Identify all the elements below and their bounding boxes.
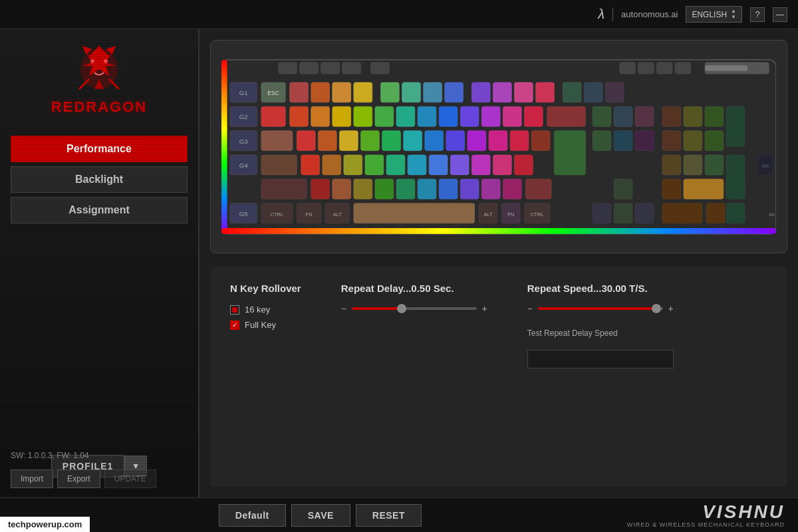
- svg-rect-81: [489, 131, 507, 151]
- nkey-16-option[interactable]: 16 key: [230, 305, 301, 315]
- svg-rect-120: [662, 179, 681, 199]
- svg-rect-113: [418, 179, 436, 199]
- language-selector[interactable]: ENGLISH ▲ ▼: [686, 6, 742, 23]
- svg-rect-79: [446, 131, 465, 151]
- nkey-full-option[interactable]: Full Key: [230, 320, 301, 330]
- repeat-delay-thumb[interactable]: [397, 304, 406, 313]
- svg-rect-109: [332, 179, 351, 199]
- svg-rect-61: [503, 106, 521, 126]
- version-info: SW: 1.0.0.3, FW: 1.04: [11, 451, 89, 460]
- export-button[interactable]: Export: [57, 469, 100, 488]
- svg-rect-47: [563, 82, 581, 102]
- logo-area: REDRAGON: [51, 43, 147, 116]
- svg-rect-110: [354, 179, 372, 199]
- svg-rect-139: [662, 203, 702, 223]
- svg-text:G5: G5: [239, 210, 248, 217]
- import-button[interactable]: Import: [11, 469, 53, 488]
- test-repeat-box[interactable]: [527, 350, 674, 368]
- repeat-speed-minus[interactable]: −: [527, 303, 533, 314]
- top-bar: λ autonomous.ai ENGLISH ▲ ▼ ? —: [0, 0, 798, 29]
- svg-rect-44: [493, 82, 511, 102]
- svg-rect-115: [460, 179, 479, 199]
- repeat-delay-minus[interactable]: −: [341, 303, 346, 314]
- svg-rect-58: [439, 106, 458, 126]
- svg-text:CTRL: CTRL: [271, 211, 284, 217]
- svg-rect-101: [493, 155, 511, 175]
- svg-rect-53: [332, 106, 351, 126]
- nkey-full-radio[interactable]: [230, 321, 239, 330]
- vishnu-name: VISHNU: [702, 503, 785, 521]
- svg-rect-76: [382, 131, 401, 151]
- svg-rect-48: [584, 82, 602, 102]
- nav-item-backlight[interactable]: Backlight: [11, 166, 188, 193]
- svg-rect-80: [467, 131, 486, 151]
- svg-rect-98: [429, 155, 448, 175]
- svg-rect-93: [323, 155, 341, 175]
- svg-text:G1: G1: [239, 89, 248, 96]
- svg-rect-56: [396, 106, 415, 126]
- svg-rect-100: [471, 155, 490, 175]
- svg-rect-88: [662, 131, 681, 151]
- repeat-delay-title: Repeat Delay...0.50 Sec.: [341, 283, 487, 294]
- nkey-full-label: Full Key: [245, 320, 276, 330]
- svg-rect-119: [614, 179, 632, 199]
- repeat-delay-plus[interactable]: +: [482, 303, 487, 314]
- svg-rect-50: [261, 106, 285, 126]
- svg-rect-22: [705, 65, 747, 71]
- svg-rect-52: [311, 106, 330, 126]
- site-name: autonomous.ai: [621, 9, 678, 19]
- svg-rect-72: [297, 131, 315, 151]
- svg-rect-103: [662, 155, 681, 175]
- bottom-action-bar: Default SAVE RESET VISHNU WIRED & WIRELE…: [0, 497, 798, 532]
- nkey-title: N Key Rollover: [230, 283, 301, 294]
- repeat-speed-fill: [538, 307, 656, 310]
- nkey-options: 16 key Full Key: [230, 305, 301, 330]
- svg-rect-73: [318, 131, 336, 151]
- svg-rect-141: [726, 203, 745, 223]
- repeat-delay-track[interactable]: [352, 307, 477, 310]
- svg-rect-13: [300, 63, 319, 74]
- repeat-speed-thumb[interactable]: [652, 304, 661, 313]
- svg-rect-12: [279, 63, 297, 74]
- svg-rect-43: [471, 82, 490, 102]
- reset-button[interactable]: RESET: [356, 504, 422, 527]
- svg-rect-68: [684, 106, 702, 126]
- svg-rect-85: [593, 131, 611, 151]
- lang-arrows[interactable]: ▲ ▼: [731, 9, 736, 20]
- nkey-16-radio[interactable]: [230, 305, 239, 315]
- svg-rect-122: [726, 179, 745, 199]
- divider: [612, 8, 613, 21]
- svg-rect-60: [481, 106, 500, 126]
- svg-rect-18: [638, 63, 654, 74]
- svg-rect-94: [344, 155, 362, 175]
- svg-rect-121: [684, 179, 724, 199]
- help-button[interactable]: ?: [750, 7, 765, 22]
- nav-menu: Performance Backlight Assignment: [11, 136, 188, 223]
- nav-item-assignment[interactable]: Assignment: [11, 197, 188, 223]
- repeat-speed-track[interactable]: [538, 307, 663, 310]
- svg-rect-63: [547, 106, 586, 126]
- save-button[interactable]: SAVE: [291, 504, 350, 527]
- language-label: ENGLISH: [692, 10, 727, 19]
- nav-item-performance[interactable]: Performance: [11, 136, 188, 162]
- svg-rect-78: [425, 131, 444, 151]
- repeat-speed-plus[interactable]: +: [668, 303, 674, 314]
- svg-rect-66: [635, 106, 654, 126]
- svg-text:ALT: ALT: [483, 211, 493, 217]
- keyboard-visual: G1 G2 G3 G4 G5 ESC: [221, 51, 776, 242]
- svg-rect-74: [339, 131, 358, 151]
- svg-rect-114: [439, 179, 458, 199]
- svg-rect-117: [503, 179, 521, 199]
- svg-text:G2: G2: [239, 114, 248, 121]
- repeat-speed-section: Repeat Speed...30.00 T/S. − + Test Repea…: [527, 283, 674, 368]
- close-button[interactable]: —: [773, 7, 787, 22]
- repeat-speed-title: Repeat Speed...30.00 T/S.: [527, 283, 674, 294]
- svg-point-5: [104, 59, 108, 63]
- svg-rect-118: [526, 179, 551, 199]
- default-button[interactable]: Default: [219, 504, 286, 527]
- test-box-label: Test Repeat Delay Speed: [527, 329, 674, 338]
- brand-name: REDRAGON: [51, 98, 147, 116]
- update-button[interactable]: UPDATE: [104, 469, 156, 488]
- svg-rect-90: [705, 131, 724, 151]
- svg-rect-112: [396, 179, 415, 199]
